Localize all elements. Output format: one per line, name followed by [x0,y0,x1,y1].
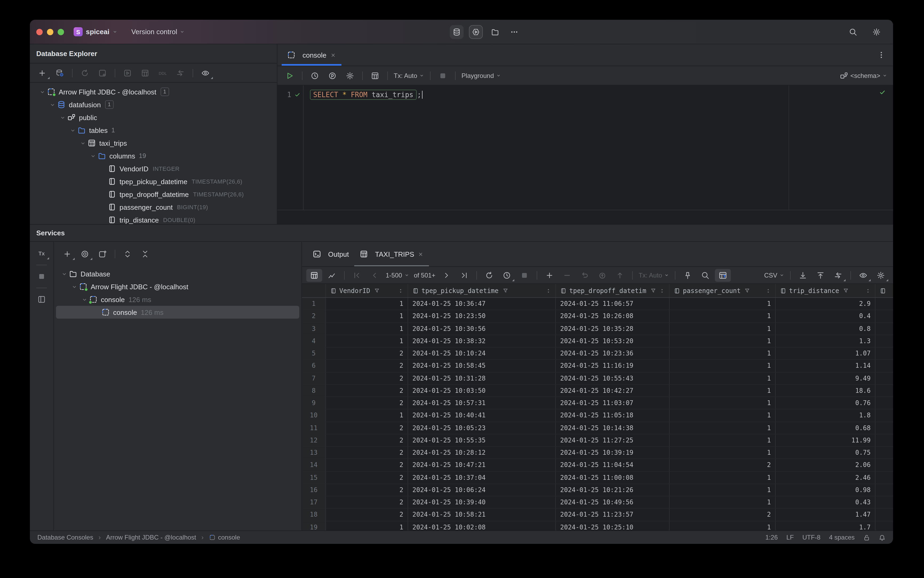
tree-item-database[interactable]: Database [54,267,302,280]
cell-vendorid[interactable]: 1 [326,410,408,422]
table-row-8[interactable]: 822024-01-25 10:03:502024-01-25 10:42:27… [302,385,893,397]
refresh-button[interactable] [77,67,93,79]
stop-button[interactable] [435,69,451,82]
cell-tpep-dropoff-datetime[interactable]: 2024-01-25 11:03:07 [556,397,669,409]
cell-tpep-dropoff-datetime[interactable]: 2024-01-25 11:04:54 [556,459,669,471]
push-changes-button[interactable] [612,269,628,281]
close-icon[interactable] [330,52,336,58]
tree-item-tables[interactable]: tables1 [30,124,277,136]
cell-tpep-pickup-datetime[interactable]: 2024-01-25 10:58:21 [408,509,556,521]
pin-tab-button[interactable] [680,269,695,281]
tree-item-arrow-flight-jdbc-localhost[interactable]: Arrow Flight JDBC - @localhost [54,280,302,293]
group-by-button[interactable] [77,248,93,260]
tree-item-datafusion[interactable]: datafusion1 [30,98,277,111]
cell-passenger-count[interactable]: 2 [669,459,776,471]
sql-statement[interactable]: SELECT * FROM taxi_trips [310,89,417,99]
query-history-button[interactable] [307,69,323,82]
cell-vendorid[interactable]: 2 [326,385,408,397]
inspection-ok-icon[interactable] [879,89,885,97]
cell-passenger-count[interactable]: 1 [669,372,776,384]
cell-trip-distance[interactable]: 1.8 [776,410,875,422]
cell-vendorid[interactable]: 2 [326,447,408,459]
cell-tpep-dropoff-datetime[interactable]: 2024-01-25 10:35:28 [556,323,669,334]
tree-item-taxi-trips[interactable]: taxi_trips [30,136,277,149]
submit-changes-button[interactable] [594,269,610,281]
tab-taxi-trips[interactable]: TAXI_TRIPS [354,242,429,266]
cell-vendorid[interactable]: 1 [326,298,408,310]
cell-vendorid[interactable]: 2 [326,360,408,372]
filter-toggle-button[interactable] [715,269,731,281]
cell-tpep-pickup-datetime[interactable]: 2024-01-25 10:57:31 [408,397,556,409]
tab-output[interactable]: Output [307,242,354,266]
column-header-passenger-count[interactable]: passenger_count [669,284,776,297]
console-settings-button[interactable] [342,69,358,82]
table-row-17[interactable]: 1722024-01-25 10:39:402024-01-25 10:49:5… [302,496,893,509]
cell-tpep-pickup-datetime[interactable]: 2024-01-25 10:40:41 [408,410,556,422]
cell-passenger-count[interactable]: 1 [669,447,776,459]
table-row-9[interactable]: 922024-01-25 10:57:312024-01-25 11:03:07… [302,397,893,410]
cell-tpep-dropoff-datetime[interactable]: 2024-01-25 10:25:10 [556,521,669,531]
open-ddl-button[interactable] [155,67,171,79]
column-header-trip-distance[interactable]: trip_distance [776,284,875,297]
cell-tpep-dropoff-datetime[interactable]: 2024-01-25 10:39:19 [556,447,669,459]
table-row-12[interactable]: 1222024-01-25 10:55:352024-01-25 11:27:2… [302,434,893,447]
first-page-button[interactable] [349,269,365,281]
table-row-15[interactable]: 1522024-01-25 10:37:042024-01-25 11:00:0… [302,471,893,484]
cell-tpep-pickup-datetime[interactable]: 2024-01-25 10:39:40 [408,496,556,508]
cell-tpep-dropoff-datetime[interactable]: 2024-01-25 11:06:57 [556,298,669,310]
cell-tpep-pickup-datetime[interactable]: 2024-01-25 10:36:47 [408,298,556,310]
tree-item-columns[interactable]: columns19 [30,149,277,162]
reload-data-button[interactable] [481,269,497,281]
table-row-11[interactable]: 1122024-01-25 10:05:232024-01-25 10:14:3… [302,422,893,434]
tree-item-passenger-count[interactable]: passenger_countBIGINT(19) [30,201,277,213]
cell-tpep-pickup-datetime[interactable]: 2024-01-25 10:23:50 [408,310,556,322]
cell-trip-distance[interactable]: 0.8 [776,323,875,334]
tree-item-trip-distance[interactable]: trip_distanceDOUBLE(0) [30,213,277,224]
database-tool-button[interactable] [450,25,464,39]
cell-vendorid[interactable]: 1 [326,323,408,334]
tree-item-console[interactable]: console126 ms [56,306,299,318]
cell-tpep-pickup-datetime[interactable]: 2024-01-25 10:28:12 [408,447,556,459]
project-files-button[interactable] [488,25,502,39]
cell-passenger-count[interactable]: 1 [669,323,776,334]
grid-view-toggle[interactable] [306,269,322,281]
cell-tpep-dropoff-datetime[interactable]: 2024-01-25 11:05:18 [556,410,669,422]
cell-tpep-dropoff-datetime[interactable]: 2024-01-25 11:16:19 [556,360,669,372]
search-everywhere-button[interactable] [846,25,860,39]
table-row-5[interactable]: 522024-01-25 10:10:242024-01-25 10:23:36… [302,347,893,360]
cell-passenger-count[interactable]: 1 [669,484,776,496]
cell-vendorid[interactable]: 2 [326,422,408,434]
open-console-button[interactable] [120,67,136,79]
cell-vendorid[interactable]: 1 [326,521,408,531]
table-row-19[interactable]: 1912024-01-25 10:02:082024-01-25 10:25:1… [302,521,893,531]
find-in-grid-button[interactable] [697,269,713,281]
cell-trip-distance[interactable]: 2.46 [776,471,875,484]
line-ending[interactable]: LF [786,534,794,541]
transaction-mode-selector[interactable]: Tx: Auto [392,69,426,82]
next-page-button[interactable] [439,269,454,281]
cell-tpep-dropoff-datetime[interactable]: 2024-01-25 11:27:25 [556,434,669,446]
cell-trip-distance[interactable]: 0.4 [776,310,875,322]
stop-query-button[interactable] [516,269,532,281]
sort-control[interactable] [395,288,403,293]
cell-tpep-dropoff-datetime[interactable]: 2024-01-25 10:42:27 [556,385,669,397]
cell-vendorid[interactable]: 2 [326,347,408,359]
minimize-window-button[interactable] [47,29,53,35]
table-row-4[interactable]: 412024-01-25 10:38:322024-01-25 10:53:20… [302,335,893,348]
cell-passenger-count[interactable]: 1 [669,385,776,397]
view-options-button[interactable] [198,67,213,79]
sort-control[interactable] [543,288,551,293]
cell-tpep-dropoff-datetime[interactable]: 2024-01-25 10:26:08 [556,310,669,322]
close-window-button[interactable] [36,29,43,35]
cell-tpep-pickup-datetime[interactable]: 2024-01-25 10:55:35 [408,434,556,446]
table-row-16[interactable]: 1622024-01-25 10:06:242024-01-25 10:21:2… [302,484,893,497]
cell-trip-distance[interactable]: 9.49 [776,372,875,384]
open-in-new-tab-button[interactable] [94,248,110,260]
cell-trip-distance[interactable]: 1.3 [776,335,875,347]
tree-item-console[interactable]: console126 ms [54,293,302,306]
cell-tpep-pickup-datetime[interactable]: 2024-01-25 10:31:28 [408,372,556,384]
table-row-1[interactable]: 112024-01-25 10:36:472024-01-25 11:06:57… [302,298,893,310]
project-selector[interactable]: S spiceai [74,27,117,36]
cell-tpep-pickup-datetime[interactable]: 2024-01-25 10:03:50 [408,385,556,397]
cell-tpep-dropoff-datetime[interactable]: 2024-01-25 10:49:56 [556,496,669,508]
